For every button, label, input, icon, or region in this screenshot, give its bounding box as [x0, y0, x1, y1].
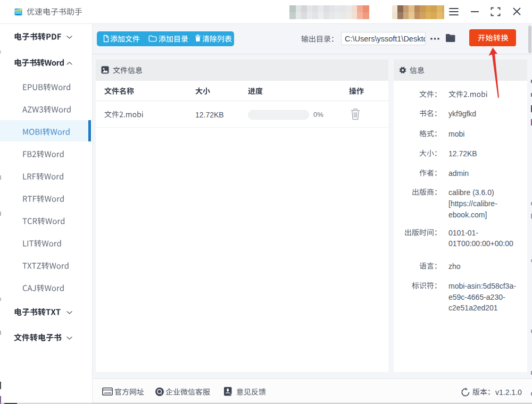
svg-text:.com: .com	[103, 391, 111, 394]
